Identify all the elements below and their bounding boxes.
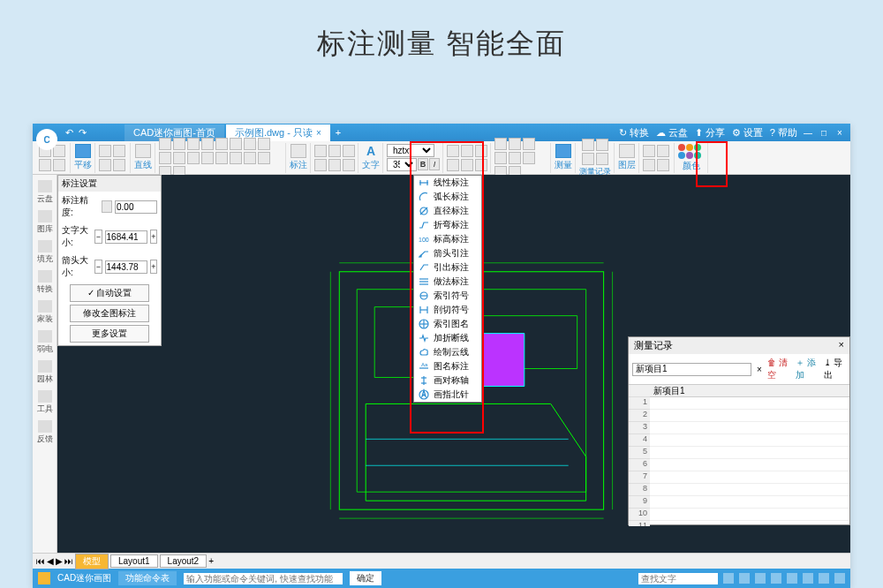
more-settings-button[interactable]: 更多设置 <box>70 325 149 343</box>
dd-linear[interactable]: 线性标注 <box>414 176 481 190</box>
paste-icon[interactable] <box>461 145 473 157</box>
textsize-dec[interactable]: − <box>94 230 102 244</box>
text-size-input[interactable] <box>105 230 147 244</box>
line-icon[interactable] <box>135 144 151 158</box>
e2-icon[interactable] <box>461 159 473 171</box>
sb-grid-icon[interactable] <box>739 573 750 584</box>
tab-next-icon[interactable]: ▶ <box>56 556 63 566</box>
d5-icon[interactable] <box>230 152 242 164</box>
font-size-select[interactable]: 350 <box>387 158 417 171</box>
rail-convert[interactable]: 转换 <box>34 268 56 297</box>
tab-model[interactable]: 模型 <box>75 554 109 569</box>
tab-add-layout-icon[interactable]: + <box>208 556 214 566</box>
a6-icon[interactable] <box>343 159 355 171</box>
m1-icon[interactable] <box>582 139 594 151</box>
redo-icon[interactable]: ↷ <box>76 127 89 139</box>
rail-cloud[interactable]: 云盘 <box>34 178 56 207</box>
annotate-group[interactable]: 标注 <box>287 143 311 173</box>
l2-icon[interactable] <box>657 145 669 157</box>
dd-practice[interactable]: 做法标注 <box>414 275 481 289</box>
cut-icon[interactable] <box>475 145 487 157</box>
help-button[interactable]: ? 帮助 <box>770 126 797 139</box>
sb-ortho-icon[interactable] <box>755 573 766 584</box>
project-name-input[interactable] <box>632 363 751 376</box>
a2-icon[interactable] <box>328 145 341 157</box>
zoom-out-icon[interactable] <box>113 145 125 157</box>
d4-icon[interactable] <box>215 152 228 164</box>
precision-input[interactable] <box>115 200 157 214</box>
clear-button[interactable]: 🗑 清空 <box>767 357 790 381</box>
tab-last-icon[interactable]: ⏭ <box>64 556 73 566</box>
d1-icon[interactable] <box>173 152 185 164</box>
tab-layout1[interactable]: Layout1 <box>110 554 158 568</box>
pan-icon[interactable] <box>75 144 91 158</box>
sb-lwt-icon[interactable] <box>819 573 829 584</box>
copy-icon[interactable] <box>447 145 459 157</box>
m3-icon[interactable] <box>582 153 594 165</box>
dd-elevation[interactable]: 100标高标注 <box>414 232 481 246</box>
arrowsize-dec[interactable]: − <box>94 260 102 274</box>
ellipse-icon[interactable] <box>215 138 228 150</box>
arrowsize-inc[interactable]: + <box>150 260 157 274</box>
zoom-in-icon[interactable] <box>99 145 111 157</box>
l4-icon[interactable] <box>657 159 669 171</box>
find-text-input[interactable] <box>638 573 718 584</box>
dd-cloud[interactable]: 绘制云线 <box>414 345 481 359</box>
command-input[interactable] <box>184 573 343 584</box>
spline-icon[interactable] <box>230 138 242 150</box>
zoom-window-icon[interactable] <box>113 159 125 171</box>
sb-osnap-icon[interactable] <box>787 573 797 584</box>
rail-garden[interactable]: 园林 <box>34 358 56 387</box>
e3-icon[interactable] <box>475 159 487 171</box>
add-button[interactable]: ＋ 添加 <box>796 357 819 381</box>
l3-icon[interactable] <box>643 159 655 171</box>
settings-button[interactable]: ⚙ 设置 <box>732 126 763 139</box>
tab-first-icon[interactable]: ⏮ <box>36 556 45 566</box>
text-icon[interactable]: A <box>366 144 375 158</box>
dd-index-name[interactable]: 索引图名 <box>414 317 481 331</box>
close-button[interactable]: × <box>833 126 847 139</box>
modify-all-button[interactable]: 修改全图标注 <box>70 305 149 322</box>
canvas-area[interactable]: 标注设置 标注精度: 文字大小:−+ 箭头大小:−+ ✓ 自动设置 修改全图标注… <box>57 175 850 553</box>
italic-icon[interactable]: I <box>429 158 440 170</box>
minimize-button[interactable]: — <box>801 126 815 139</box>
maximize-button[interactable]: □ <box>817 126 831 139</box>
rail-gallery[interactable]: 图库 <box>34 208 56 237</box>
rect-icon[interactable] <box>173 138 185 150</box>
arrow-size-input[interactable] <box>105 260 147 274</box>
tab-layout2[interactable]: Layout2 <box>160 554 208 568</box>
m4-icon[interactable] <box>596 153 608 165</box>
measure-group[interactable]: 测量 <box>552 143 576 173</box>
d2-icon[interactable] <box>187 152 200 164</box>
annotate-icon[interactable] <box>291 144 306 158</box>
hatch-icon[interactable] <box>159 152 171 164</box>
auto-settings-button[interactable]: ✓ 自动设置 <box>70 284 149 302</box>
export-button[interactable]: ⤓ 导出 <box>824 357 846 381</box>
dd-figure-name[interactable]: Aa图名标注 <box>414 359 481 373</box>
save-icon[interactable] <box>39 159 51 171</box>
arc-icon[interactable] <box>187 138 200 150</box>
point-icon[interactable] <box>258 138 270 150</box>
cmd-table-button[interactable]: 功能命令表 <box>118 571 177 585</box>
e1-icon[interactable] <box>447 159 459 171</box>
a5-icon[interactable] <box>328 159 341 171</box>
mirror-icon[interactable] <box>523 138 535 150</box>
convert-button[interactable]: ↻ 转换 <box>619 126 649 139</box>
scale-icon[interactable] <box>494 152 507 164</box>
dd-north[interactable]: 画指北针 <box>414 388 481 402</box>
sb-snap-icon[interactable] <box>723 573 734 584</box>
rotate-icon[interactable] <box>509 138 521 150</box>
move-icon[interactable] <box>494 138 507 150</box>
share-button[interactable]: ⬆ 分享 <box>695 126 725 139</box>
tab-add-icon[interactable]: + <box>332 127 344 138</box>
layer-icon[interactable] <box>619 144 635 158</box>
undo-icon[interactable]: ↶ <box>63 127 76 139</box>
m2-icon[interactable] <box>596 139 608 151</box>
a3-icon[interactable] <box>343 145 355 157</box>
d6-icon[interactable] <box>244 152 256 164</box>
sb-track-icon[interactable] <box>803 573 813 584</box>
dd-arrow-leader[interactable]: 箭头引注 <box>414 246 481 260</box>
mp-close-icon[interactable]: × <box>839 339 844 352</box>
dd-break-line[interactable]: 加折断线 <box>414 331 481 345</box>
zoom-fit-icon[interactable] <box>99 159 111 171</box>
